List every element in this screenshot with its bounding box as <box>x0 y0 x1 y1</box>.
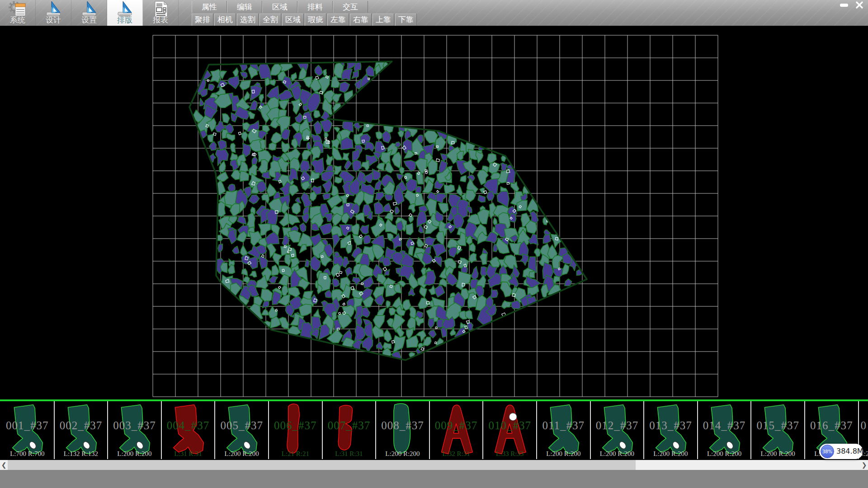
tool-button-snap-right[interactable]: 右靠 <box>350 14 372 26</box>
scroll-right-arrow-icon[interactable]: ❯ <box>860 460 868 470</box>
piece-id-label: 002_#37 <box>55 419 108 432</box>
tool-button-cluster-nest[interactable]: 聚排 <box>192 14 213 26</box>
piece-id-label: 016_#37 <box>805 419 858 432</box>
piece-id-label: 006_#37 <box>269 419 322 432</box>
piece-id-label: 007_#37 <box>323 419 376 432</box>
piece-lr-label: L:700 R:700 <box>1 450 54 458</box>
piece-id-label: 015_#37 <box>751 419 804 432</box>
piece-lr-label: L:200 R:200 <box>698 450 751 458</box>
tool-button-snap-bottom[interactable]: 下靠 <box>395 14 417 26</box>
main-button-nesting[interactable]: 排版 <box>107 0 143 26</box>
tool-button-camera[interactable]: 相机 <box>214 14 236 26</box>
thumbnail-cell-006_#37[interactable]: 006_#37L:21 R:21 <box>269 401 323 459</box>
thumbnail-cell-013_#37[interactable]: 013_#37L:200 R:200 <box>644 401 698 459</box>
thumbnail-cell-005_#37[interactable]: 005_#37L:200 R:200 <box>215 401 269 459</box>
main-button-group: 系统设计设置排版报表 <box>0 0 179 26</box>
piece-lr-label: L:200 R:200 <box>108 450 161 458</box>
piece-id-label: 013_#37 <box>644 419 697 432</box>
main-button-system[interactable]: 系统 <box>0 0 36 26</box>
status-bar <box>0 470 868 488</box>
menu-button-region[interactable]: 区域 <box>262 1 297 13</box>
tool-button-defect[interactable]: 瑕疵 <box>305 14 326 26</box>
scroll-left-arrow-icon[interactable]: ❮ <box>0 460 8 470</box>
piece-id-label: 003_#37 <box>108 419 161 432</box>
tool-button-snap-left[interactable]: 左靠 <box>327 14 349 26</box>
thumbnail-cell-012_#37[interactable]: 012_#37L:200 R:200 <box>591 401 645 459</box>
close-icon <box>856 1 863 9</box>
minimize-button[interactable] <box>837 1 851 9</box>
piece-lr-label: L:200 R:200 <box>215 450 268 458</box>
thumbnail-cell-011_#37[interactable]: 011_#37L:200 R:200 <box>537 401 591 459</box>
piece-lr-label: L:21 R:21 <box>269 450 322 458</box>
main-button-setup[interactable]: 设置 <box>71 0 107 26</box>
piece-lr-label: L:33 R:33 <box>483 450 536 458</box>
main-button-label: 系统 <box>0 15 35 25</box>
minimize-icon <box>840 4 848 7</box>
piece-lr-label: L:200 R:200 <box>644 450 697 458</box>
thumbnail-cell-014_#37[interactable]: 014_#37L:200 R:200 <box>698 401 752 459</box>
piece-lr-label: L:200 R:200 <box>376 450 429 458</box>
menu-button-material-nest[interactable]: 排料 <box>297 1 333 13</box>
tool-button-row: 聚排相机选割全割区域瑕疵左靠右靠上靠下靠 <box>192 14 418 26</box>
piece-id-label: 0 <box>861 419 868 432</box>
thumbnail-cell-001_#37[interactable]: 001_#37L:700 R:700 <box>1 401 55 459</box>
main-button-label: 排版 <box>107 15 142 25</box>
thumbnail-cell-010_#37[interactable]: 010_#37L:33 R:33 <box>483 401 537 459</box>
nesting-canvas[interactable] <box>0 26 868 399</box>
menu-button-edit[interactable]: 编辑 <box>227 1 262 13</box>
top-toolbar: 系统设计设置排版报表 属性编辑区域排料交互 聚排相机选割全割区域瑕疵左靠右靠上靠… <box>0 0 868 26</box>
thumbnail-cell-002_#37[interactable]: 002_#37L:132 R:132 <box>55 401 108 459</box>
close-button[interactable] <box>853 1 866 9</box>
application-window: 系统设计设置排版报表 属性编辑区域排料交互 聚排相机选割全割区域瑕疵左靠右靠上靠… <box>0 0 868 488</box>
thumbnail-cell-004_#37[interactable]: 004_#37L:31 R:31 <box>162 401 216 459</box>
piece-lr-label: L:200 R:200 <box>751 450 804 458</box>
main-button-label: 报表 <box>143 15 178 25</box>
piece-lr-label: L:31 R:31 <box>162 450 215 458</box>
piece-lr-label: L:200 R:200 <box>591 450 644 458</box>
main-button-label: 设置 <box>71 15 107 25</box>
tool-button-snap-top[interactable]: 上靠 <box>373 14 394 26</box>
menu-button-properties[interactable]: 属性 <box>192 1 227 13</box>
progress-percent: 38% <box>822 449 832 454</box>
memory-status-badge: 38% 384.8M <box>819 444 863 459</box>
piece-lr-label: L:132 R:132 <box>55 450 108 458</box>
main-button-design[interactable]: 设计 <box>36 0 71 26</box>
piece-id-label: 014_#37 <box>698 419 751 432</box>
tool-button-cut-all[interactable]: 全割 <box>259 14 281 26</box>
piece-thumbnail-strip: 001_#37L:700 R:700002_#37L:132 R:132003_… <box>0 399 868 460</box>
main-button-report[interactable]: 报表 <box>143 0 179 26</box>
memory-value: 384.8M <box>836 444 863 459</box>
main-button-label: 设计 <box>36 15 71 25</box>
piece-lr-label: L:32 R:31 <box>430 450 483 458</box>
piece-id-label: 001_#37 <box>1 419 54 432</box>
scrollbar-thumb[interactable] <box>8 460 636 470</box>
piece-id-label: 008_#37 <box>376 419 429 432</box>
thumbnail-cell-008_#37[interactable]: 008_#37L:200 R:200 <box>376 401 430 459</box>
strip-scrollbar[interactable]: ❮ ❯ <box>0 460 868 470</box>
piece-id-label: 004_#37 <box>162 419 215 432</box>
piece-id-label: 012_#37 <box>591 419 644 432</box>
thumbnail-cell-007_#37[interactable]: 007_#37L:31 R:31 <box>323 401 377 459</box>
canvas-svg <box>0 26 868 399</box>
thumbnail-cell-015_#37[interactable]: 015_#37L:200 R:200 <box>751 401 805 459</box>
tool-button-region[interactable]: 区域 <box>282 14 304 26</box>
piece-lr-label: L:200 R:200 <box>537 450 590 458</box>
menu-button-interact[interactable]: 交互 <box>333 1 368 13</box>
window-controls <box>837 1 866 9</box>
progress-circle: 38% <box>821 445 834 458</box>
thumbnail-cell-003_#37[interactable]: 003_#37L:200 R:200 <box>108 401 162 459</box>
piece-id-label: 010_#37 <box>483 419 536 432</box>
piece-id-label: 005_#37 <box>215 419 268 432</box>
menu-button-row: 属性编辑区域排料交互 <box>192 1 368 13</box>
piece-id-label: 011_#37 <box>537 419 590 432</box>
piece-lr-label: L:31 R:31 <box>323 450 376 458</box>
thumbnail-cell-009_#37[interactable]: 009_#37L:32 R:31 <box>430 401 484 459</box>
tool-button-select-cut[interactable]: 选割 <box>237 14 259 26</box>
piece-id-label: 009_#37 <box>430 419 483 432</box>
